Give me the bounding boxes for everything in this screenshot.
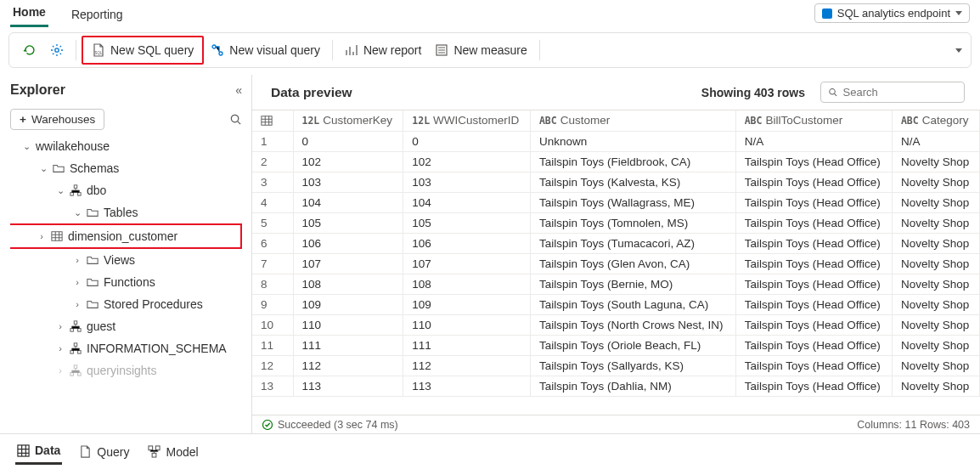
table-row[interactable]: 8108108Tailspin Toys (Bernie, MO)Tailspi… xyxy=(252,274,980,294)
cell[interactable]: Tailspin Toys (Tomnolen, MS) xyxy=(530,212,735,233)
search-explorer-button[interactable] xyxy=(229,113,242,126)
cell[interactable]: Tailspin Toys (Glen Avon, CA) xyxy=(530,253,735,274)
new-sql-query-button[interactable]: SQL New SQL query xyxy=(82,36,204,65)
cell[interactable]: 107 xyxy=(293,253,403,274)
table-row[interactable]: 6106106Tailspin Toys (Tumacacori, AZ)Tai… xyxy=(252,233,980,253)
cell[interactable]: N/A xyxy=(735,131,892,151)
cell[interactable]: Novelty Shop xyxy=(892,253,979,274)
toolbar-overflow-button[interactable] xyxy=(955,48,962,53)
cell[interactable]: Tailspin Toys (Oriole Beach, FL) xyxy=(530,335,735,355)
cell[interactable]: Tailspin Toys (Sallyards, KS) xyxy=(530,355,735,376)
column-header[interactable]: 12LCustomerKey xyxy=(293,110,403,131)
cell[interactable]: Tailspin Toys (Head Office) xyxy=(735,376,892,396)
tree-node-schemas[interactable]: ⌄ Schemas xyxy=(10,157,247,179)
tree-node-information-schema[interactable]: › INFORMATION_SCHEMA xyxy=(10,337,247,359)
cell[interactable]: Tailspin Toys (Bernie, MO) xyxy=(530,274,735,294)
warehouses-button[interactable]: + Warehouses xyxy=(10,109,104,130)
cell[interactable]: Novelty Shop xyxy=(892,294,979,314)
cell[interactable]: Novelty Shop xyxy=(892,274,979,294)
cell[interactable]: 0 xyxy=(293,131,403,151)
cell[interactable]: 104 xyxy=(403,192,531,212)
cell[interactable]: 106 xyxy=(293,233,403,253)
bottom-tab-data[interactable]: Data xyxy=(15,438,62,465)
cell[interactable]: Novelty Shop xyxy=(892,172,979,192)
bottom-tab-query[interactable]: Query xyxy=(77,440,131,464)
cell[interactable]: Novelty Shop xyxy=(892,355,979,376)
tree-node-stored-procedures[interactable]: › Stored Procedures xyxy=(10,293,247,315)
new-report-button[interactable]: New report xyxy=(338,39,428,61)
cell[interactable]: Tailspin Toys (Wallagrass, ME) xyxy=(530,192,735,212)
data-grid-scroll[interactable]: 12LCustomerKey12LWWICustomerIDABCCustome… xyxy=(252,110,980,415)
table-row[interactable]: 4104104Tailspin Toys (Wallagrass, ME)Tai… xyxy=(252,192,980,212)
table-row[interactable]: 5105105Tailspin Toys (Tomnolen, MS)Tails… xyxy=(252,212,980,233)
cell[interactable]: Novelty Shop xyxy=(892,192,979,212)
cell[interactable]: Unknown xyxy=(530,131,735,151)
cell[interactable]: Tailspin Toys (Head Office) xyxy=(735,151,892,172)
cell[interactable]: 102 xyxy=(293,151,403,172)
refresh-button[interactable] xyxy=(16,39,43,61)
tab-home[interactable]: Home xyxy=(10,2,48,27)
cell[interactable]: 113 xyxy=(293,376,403,396)
cell[interactable]: Tailspin Toys (Tumacacori, AZ) xyxy=(530,233,735,253)
cell[interactable]: N/A xyxy=(892,131,979,151)
cell[interactable]: Tailspin Toys (Fieldbrook, CA) xyxy=(530,151,735,172)
tree-node-dimension-customer[interactable]: › dimension_customer xyxy=(10,223,242,249)
settings-button[interactable] xyxy=(43,39,70,61)
cell[interactable]: Tailspin Toys (Head Office) xyxy=(735,274,892,294)
column-header[interactable]: ABCCategory xyxy=(892,110,979,131)
cell[interactable]: 108 xyxy=(293,274,403,294)
cell[interactable]: 108 xyxy=(403,274,531,294)
cell[interactable]: Novelty Shop xyxy=(892,233,979,253)
cell[interactable]: 111 xyxy=(403,335,531,355)
table-row[interactable]: 2102102Tailspin Toys (Fieldbrook, CA)Tai… xyxy=(252,151,980,172)
new-visual-query-button[interactable]: New visual query xyxy=(204,39,327,61)
cell[interactable]: Novelty Shop xyxy=(892,314,979,335)
cell[interactable]: 110 xyxy=(403,314,531,335)
cell[interactable]: Novelty Shop xyxy=(892,335,979,355)
tree-node-dbo[interactable]: ⌄ dbo xyxy=(10,179,247,201)
cell[interactable]: 105 xyxy=(403,212,531,233)
cell[interactable]: 0 xyxy=(403,131,531,151)
cell[interactable]: 103 xyxy=(403,172,531,192)
tree-node-views[interactable]: › Views xyxy=(10,249,247,271)
tree-node-guest[interactable]: › guest xyxy=(10,315,247,337)
cell[interactable]: Novelty Shop xyxy=(892,376,979,396)
cell[interactable]: 106 xyxy=(403,233,531,253)
cell[interactable]: Tailspin Toys (Head Office) xyxy=(735,355,892,376)
cell[interactable]: 112 xyxy=(293,355,403,376)
cell[interactable]: Novelty Shop xyxy=(892,212,979,233)
table-row[interactable]: 12112112Tailspin Toys (Sallyards, KS)Tai… xyxy=(252,355,980,376)
cell[interactable]: Tailspin Toys (Head Office) xyxy=(735,172,892,192)
preview-search-box[interactable] xyxy=(820,82,965,103)
cell[interactable]: 109 xyxy=(293,294,403,314)
column-header[interactable]: 12LWWICustomerID xyxy=(403,110,531,131)
table-row[interactable]: 3103103Tailspin Toys (Kalvesta, KS)Tails… xyxy=(252,172,980,192)
new-measure-button[interactable]: New measure xyxy=(428,39,533,61)
cell[interactable]: 102 xyxy=(403,151,531,172)
table-row[interactable]: 10110110Tailspin Toys (North Crows Nest,… xyxy=(252,314,980,335)
cell[interactable]: 104 xyxy=(293,192,403,212)
tree-node-lakehouse[interactable]: ⌄ wwilakehouse xyxy=(10,135,247,157)
table-row[interactable]: 13113113Tailspin Toys (Dahlia, NM)Tailsp… xyxy=(252,376,980,396)
cell[interactable]: Tailspin Toys (Head Office) xyxy=(735,253,892,274)
cell[interactable]: 113 xyxy=(403,376,531,396)
table-row[interactable]: 100UnknownN/AN/A xyxy=(252,131,980,151)
bottom-tab-model[interactable]: Model xyxy=(146,440,200,464)
cell[interactable]: 112 xyxy=(403,355,531,376)
table-row[interactable]: 9109109Tailspin Toys (South Laguna, CA)T… xyxy=(252,294,980,314)
table-row[interactable]: 11111111Tailspin Toys (Oriole Beach, FL)… xyxy=(252,335,980,355)
cell[interactable]: 110 xyxy=(293,314,403,335)
cell[interactable]: 107 xyxy=(403,253,531,274)
cell[interactable]: Tailspin Toys (Head Office) xyxy=(735,233,892,253)
cell[interactable]: 105 xyxy=(293,212,403,233)
tree-node-functions[interactable]: › Functions xyxy=(10,271,247,293)
cell[interactable]: Tailspin Toys (South Laguna, CA) xyxy=(530,294,735,314)
cell[interactable]: Tailspin Toys (Head Office) xyxy=(735,212,892,233)
tree-node-queryinsights[interactable]: › queryinsights xyxy=(10,359,247,381)
cell[interactable]: Tailspin Toys (Dahlia, NM) xyxy=(530,376,735,396)
cell[interactable]: 109 xyxy=(403,294,531,314)
collapse-explorer-button[interactable]: « xyxy=(235,83,242,97)
cell[interactable]: Tailspin Toys (North Crows Nest, IN) xyxy=(530,314,735,335)
tab-reporting[interactable]: Reporting xyxy=(69,4,126,27)
cell[interactable]: Tailspin Toys (Head Office) xyxy=(735,192,892,212)
